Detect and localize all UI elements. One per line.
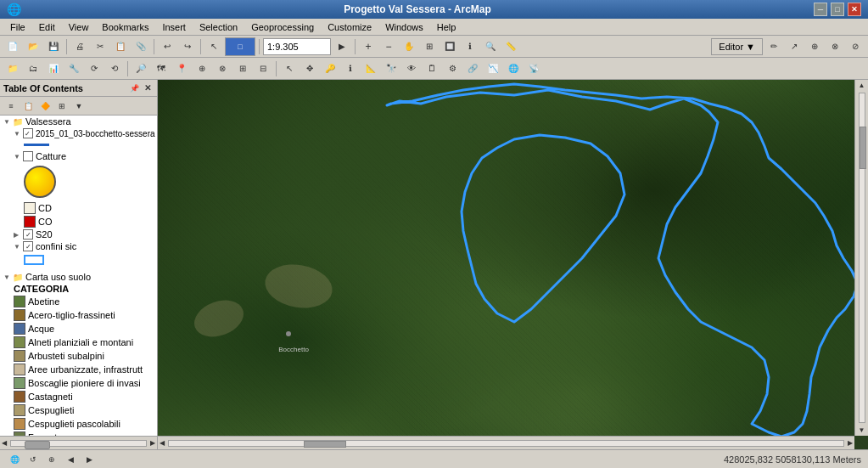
toc-layer-s20[interactable]: ▶ S20	[0, 228, 157, 240]
menu-file[interactable]: File	[3, 20, 32, 34]
toc-group-valsessera[interactable]: ▼ 📁 Valsessera	[0, 116, 157, 127]
new-button[interactable]: 📄	[3, 37, 22, 56]
toc-symbol-view[interactable]: 🔶	[37, 99, 53, 114]
map-hscroll-track[interactable]	[168, 440, 844, 447]
tool4[interactable]: 🔧	[64, 59, 83, 78]
tool24[interactable]: 📉	[484, 59, 502, 78]
tool20[interactable]: 👁	[402, 59, 421, 78]
select-button[interactable]: 🔲	[440, 37, 459, 56]
status-icon1[interactable]: 🌐	[7, 453, 22, 466]
tool9[interactable]: 📍	[172, 59, 191, 78]
status-icon2[interactable]: ↺	[25, 453, 41, 466]
tool6[interactable]: ⟲	[105, 59, 124, 78]
tool25[interactable]: 🌐	[504, 59, 523, 78]
redo-button[interactable]: ↪	[178, 37, 197, 56]
toc-group-cartausosuolo[interactable]: ▼ 📁 Carta uso suolo	[0, 271, 157, 283]
status-icon3[interactable]: ⊕	[44, 453, 59, 466]
menu-help[interactable]: Help	[430, 20, 463, 34]
map-scroll-up[interactable]: ▲	[857, 80, 867, 91]
map-scroll-down[interactable]: ▼	[857, 425, 867, 436]
map-scroll-right[interactable]: ▶	[846, 437, 854, 448]
toc-expand-all[interactable]: ⊞	[54, 99, 70, 114]
print-button[interactable]: 🖨	[70, 37, 89, 56]
scroll-right[interactable]: ▶	[148, 437, 157, 448]
toc-layer-confinisic[interactable]: ▼ confini sic	[0, 240, 157, 252]
tool16[interactable]: 🔑	[321, 59, 339, 78]
toc-source-view[interactable]: 📋	[20, 99, 36, 114]
tool21[interactable]: 🗒	[423, 59, 441, 78]
tool5[interactable]: ⟳	[85, 59, 104, 78]
scroll-left[interactable]: ◀	[0, 437, 8, 448]
cut-button[interactable]: ✂	[91, 37, 109, 56]
status-icon5[interactable]: ▶	[81, 453, 97, 466]
menu-bookmarks[interactable]: Bookmarks	[95, 20, 155, 34]
tool12[interactable]: ⊞	[233, 59, 252, 78]
close-button[interactable]: ✕	[848, 3, 861, 16]
measure-button[interactable]: 📏	[501, 37, 520, 56]
tool2[interactable]: 🗂	[24, 59, 42, 78]
scroll-track-h[interactable]	[10, 440, 147, 447]
minimize-button[interactable]: ─	[814, 3, 827, 16]
toc-scrollbar-h[interactable]: ◀ ▶	[0, 436, 157, 449]
go-button[interactable]: ▶	[333, 37, 351, 56]
tool19[interactable]: 🔭	[382, 59, 400, 78]
menu-geoprocessing[interactable]: Geoprocessing	[244, 20, 321, 34]
edit-tool2[interactable]: ↗	[785, 37, 804, 56]
tool8[interactable]: 🗺	[152, 59, 171, 78]
toc-group-catture[interactable]: ▼ Catture	[0, 150, 157, 162]
pointer-tool[interactable]: ↖	[204, 37, 223, 56]
menu-insert[interactable]: Insert	[155, 20, 193, 34]
menu-customize[interactable]: Customize	[321, 20, 378, 34]
paste-button[interactable]: 📎	[132, 37, 150, 56]
edit-tool3[interactable]: ⊕	[805, 37, 824, 56]
map-scrollbar-vertical[interactable]: ▲ ▼	[854, 80, 868, 436]
tool15[interactable]: ✥	[300, 59, 319, 78]
zoom-out-button[interactable]: −	[379, 37, 398, 56]
tool7[interactable]: 🔎	[132, 59, 150, 78]
tool13[interactable]: ⊟	[254, 59, 272, 78]
tool14[interactable]: ↖	[280, 59, 299, 78]
menu-edit[interactable]: Edit	[32, 20, 62, 34]
editor-button[interactable]: Editor ▼	[711, 38, 763, 55]
s20-checkbox[interactable]	[23, 229, 33, 240]
tool17[interactable]: ℹ	[341, 59, 360, 78]
tool1[interactable]: 📁	[3, 59, 22, 78]
confinisic-checkbox[interactable]	[23, 241, 33, 251]
menu-windows[interactable]: Windows	[378, 20, 430, 34]
toc-layer-bocchetto[interactable]: ▼ 2015_01_03-bocchetto-sessera	[0, 127, 157, 139]
tool11[interactable]: ⊗	[213, 59, 232, 78]
map-vscroll-track[interactable]	[859, 93, 865, 423]
toc-close-button[interactable]: ✕	[142, 82, 154, 94]
copy-button[interactable]: 📋	[111, 37, 130, 56]
open-button[interactable]: 📂	[24, 37, 42, 56]
zoom-in-button[interactable]: +	[359, 37, 378, 56]
save-button[interactable]: 💾	[44, 37, 63, 56]
menu-selection[interactable]: Selection	[193, 20, 244, 34]
scroll-thumb-h[interactable]	[25, 441, 50, 449]
edit-tool5[interactable]: ⊘	[846, 37, 865, 56]
tool22[interactable]: ⚙	[443, 59, 462, 78]
full-extent-button[interactable]: ⊞	[420, 37, 439, 56]
status-icon4[interactable]: ◀	[63, 453, 78, 466]
pan-button[interactable]: ✋	[400, 37, 418, 56]
map-view[interactable]: Bocchetto ◀ ▶ ▲ ▼	[158, 80, 868, 449]
map-scroll-left[interactable]: ◀	[158, 437, 166, 448]
toc-layer-list[interactable]: ▼ 📁 Valsessera ▼ 2015_01_03-bocchetto-se…	[0, 116, 157, 436]
catture-checkbox[interactable]	[23, 151, 33, 161]
identify-button[interactable]: ℹ	[461, 37, 479, 56]
tool3[interactable]: 📊	[44, 59, 63, 78]
tool26[interactable]: 📡	[524, 59, 543, 78]
tool18[interactable]: 📐	[361, 59, 380, 78]
search-button[interactable]: 🔍	[481, 37, 500, 56]
dataframe-icon[interactable]: □	[225, 37, 255, 56]
map-vscroll-thumb[interactable]	[860, 127, 866, 169]
toc-pin-button[interactable]: 📌	[128, 82, 140, 94]
undo-button[interactable]: ↩	[158, 37, 176, 56]
edit-tool1[interactable]: ✏	[764, 37, 783, 56]
layer-checkbox[interactable]	[23, 128, 33, 138]
map-hscroll-thumb[interactable]	[304, 441, 346, 448]
edit-tool4[interactable]: ⊗	[826, 37, 844, 56]
map-scrollbar-horizontal[interactable]: ◀ ▶	[158, 436, 854, 449]
scale-input[interactable]: 1:9.305	[263, 38, 331, 55]
maximize-button[interactable]: □	[831, 3, 844, 16]
